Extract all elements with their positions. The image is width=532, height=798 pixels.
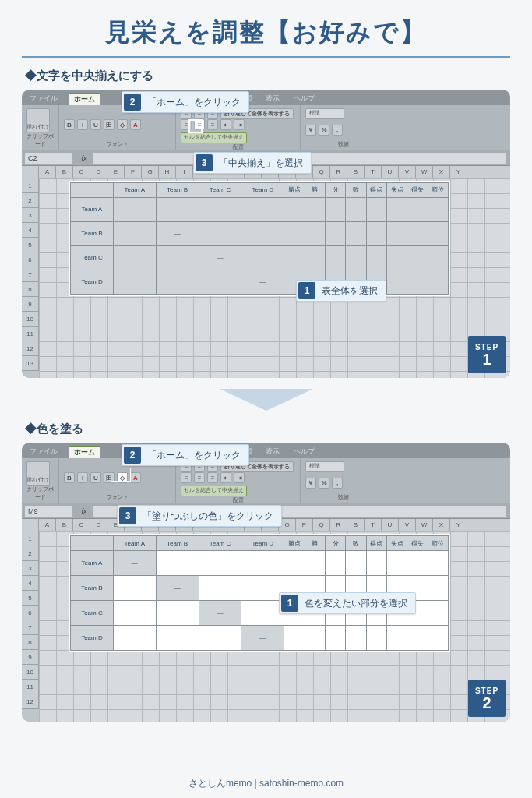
name-box[interactable]: C2 [25, 153, 72, 164]
tab-file[interactable]: ファイル [26, 92, 61, 105]
bold-button[interactable]: B [64, 119, 75, 130]
row-10[interactable]: 10 [22, 312, 39, 327]
callout-3: 3「中央揃え」を選択 [193, 152, 312, 174]
col-R[interactable]: R [330, 166, 347, 178]
tab-help[interactable]: ヘルプ [291, 92, 318, 105]
col-D[interactable]: D [90, 166, 107, 178]
ribbon-tabs-2: ファイル ホーム spacer long long long long long… [22, 443, 510, 458]
align-right[interactable]: ≡ [207, 119, 218, 130]
excel-panel-step2: ファイル ホーム spacer long long long long long… [22, 443, 510, 722]
row-12[interactable]: 12 [22, 341, 39, 356]
row-6[interactable]: 6 [22, 252, 39, 267]
col-Q[interactable]: Q [313, 166, 330, 178]
arrow-down-icon [220, 389, 313, 411]
italic-button[interactable]: I [77, 119, 88, 130]
name-box-2[interactable]: M9 [25, 506, 72, 517]
col-I[interactable]: I [176, 166, 193, 178]
callout-1: 1表全体を選択 [296, 280, 386, 302]
currency[interactable]: ¥ [305, 125, 316, 136]
group-font: フォント [64, 140, 171, 148]
tab-file-2[interactable]: ファイル [26, 445, 61, 458]
paste-button[interactable]: 貼り付け [26, 108, 50, 132]
col-A[interactable]: A [39, 166, 56, 178]
col-C[interactable]: C [73, 166, 90, 178]
grid: A B C D E F G H I J K L M N O P Q R S T … [22, 166, 510, 378]
percent[interactable]: % [319, 125, 329, 136]
ribbon-body: 貼り付け クリップボード B I U 田 ◇ A フォント ≡ ≡ ≡ 折り返し… [22, 105, 510, 150]
col-T[interactable]: T [365, 166, 382, 178]
col-X[interactable]: X [433, 166, 450, 178]
group-clipboard: クリップボード [26, 132, 54, 148]
step-badge-2: STEP 2 [468, 680, 506, 717]
indent-inc[interactable]: ⇥ [234, 119, 245, 130]
col-Y[interactable]: Y [450, 166, 467, 178]
col-E[interactable]: E [107, 166, 125, 178]
tab-view[interactable]: 表示 [262, 92, 283, 105]
underline-button[interactable]: U [90, 119, 101, 130]
excel-panel-step1: ファイル ホーム spacer long long long long long… [22, 90, 510, 378]
ribbon-body-2: 貼り付け クリップボード B I U 田 ◇ A フォント ≡≡≡ 折り返して全… [22, 458, 510, 503]
callout-1b: 1色を変えたい部分を選択 [279, 592, 416, 614]
callout-2b: 2「ホーム」をクリック [122, 444, 249, 466]
section2-heading: ◆色を塗る [25, 422, 510, 436]
fill-color-button[interactable]: ◇ [117, 119, 128, 130]
border-button[interactable]: 田 [104, 119, 115, 130]
underline-2[interactable]: U [90, 472, 101, 483]
tab-home-2[interactable]: ホーム [69, 446, 100, 458]
col-U[interactable]: U [382, 166, 399, 178]
tab-home[interactable]: ホーム [69, 93, 100, 105]
row-8[interactable]: 8 [22, 282, 39, 297]
row-3[interactable]: 3 [22, 208, 39, 223]
row-13[interactable]: 13 [22, 356, 39, 371]
group-align: 配置 [181, 143, 295, 151]
col-F[interactable]: F [125, 166, 142, 178]
col-S[interactable]: S [347, 166, 365, 178]
row-9[interactable]: 9 [22, 297, 39, 312]
callout-2: 2「ホーム」をクリック [122, 91, 249, 113]
col-H[interactable]: H [159, 166, 176, 178]
row-5[interactable]: 5 [22, 238, 39, 252]
indent-dec[interactable]: ⇤ [220, 119, 231, 130]
italic-2[interactable]: I [77, 472, 88, 483]
ribbon-tabs: ファイル ホーム spacer long long long long long… [22, 90, 510, 105]
number-format[interactable]: 標準 [305, 108, 344, 119]
row-11[interactable]: 11 [22, 327, 39, 341]
paste-button-2[interactable]: 貼り付け [26, 461, 50, 486]
highlight-center-align [188, 119, 203, 133]
selected-table[interactable]: Team A Team B Team C Team D 勝点 勝 分 敗 得点 … [69, 181, 450, 296]
footer: さとしんmemo | satoshin-memo.com [0, 777, 532, 790]
col-B[interactable]: B [56, 166, 73, 178]
col-V[interactable]: V [399, 166, 416, 178]
bold-2[interactable]: B [64, 472, 75, 483]
tab-help-2[interactable]: ヘルプ [291, 445, 318, 458]
col-G[interactable]: G [142, 166, 159, 178]
font-color-button[interactable]: A [130, 119, 141, 130]
comma[interactable]: , [332, 125, 343, 136]
row-1[interactable]: 1 [22, 178, 39, 193]
callout-3b: 3「塗りつぶしの色」をクリック [117, 505, 282, 527]
group-number: 数値 [305, 140, 381, 148]
tab-view-2[interactable]: 表示 [262, 445, 283, 458]
page-title: 見栄えを調整【お好みで】 [22, 16, 510, 58]
col-W[interactable]: W [416, 166, 433, 178]
fx-label: fx [75, 154, 93, 162]
highlight-fill-color [111, 468, 131, 482]
row-2[interactable]: 2 [22, 193, 39, 208]
row-7[interactable]: 7 [22, 267, 39, 282]
merge-center[interactable]: セルを結合して中央揃え [181, 132, 247, 143]
step-badge-1: STEP 1 [468, 336, 506, 373]
font-color-2[interactable]: A [130, 472, 141, 483]
section1-heading: ◆文字を中央揃えにする [25, 69, 510, 83]
row-4[interactable]: 4 [22, 223, 39, 238]
